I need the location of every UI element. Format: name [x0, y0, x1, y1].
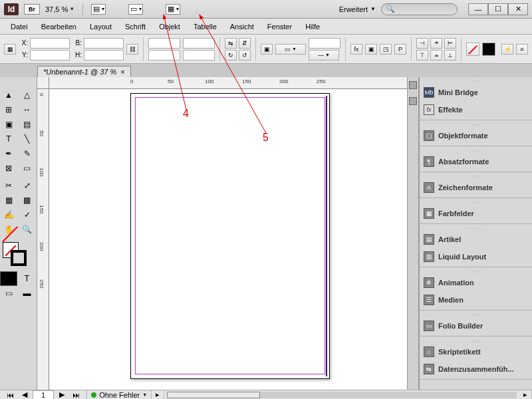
minimize-button[interactable]: — [468, 3, 488, 15]
line-tool[interactable]: ╲ [19, 132, 36, 146]
direct-selection-tool[interactable]: △ [19, 88, 36, 102]
horizontal-scrollbar[interactable] [167, 392, 517, 398]
effects-button[interactable]: fx [350, 44, 362, 55]
panel-artikel[interactable]: ▤Artikel [420, 231, 532, 248]
scale-y-field[interactable] [148, 50, 180, 61]
workspace-switcher[interactable]: Erweitert ▼ [339, 5, 376, 13]
menu-fenster[interactable]: Fenster [261, 20, 299, 33]
scroll-right-button[interactable]: ▸ [519, 390, 532, 399]
status-menu-button[interactable]: ▸ [152, 390, 164, 399]
panel-objektformate[interactable]: ▢Objektformate [420, 127, 532, 144]
collapsed-panel-icon[interactable] [409, 81, 417, 89]
shear-field[interactable] [183, 50, 215, 61]
menu-ansicht[interactable]: Ansicht [223, 20, 261, 33]
gap-tool[interactable]: ↔ [19, 102, 36, 117]
panel-absatzformate[interactable]: ¶Absatzformate [420, 153, 532, 170]
flip-v-button[interactable]: ⇵ [239, 38, 251, 49]
selection-tool[interactable]: ▲ [0, 88, 17, 102]
rectangle-frame-tool[interactable]: ⊠ [0, 161, 17, 176]
menu-schrift[interactable]: Schrift [118, 20, 152, 33]
fill-swatch[interactable] [466, 43, 479, 56]
canvas[interactable]: 0 50 100 150 200 250 0 50 100 150 200 25… [37, 77, 407, 390]
quick-apply-button[interactable]: ⚡ [501, 44, 513, 55]
pencil-tool[interactable]: ✎ [19, 146, 36, 161]
normal-view-button[interactable]: ▭ [0, 286, 17, 301]
align-left-button[interactable]: ⊣ [416, 38, 428, 49]
view-options-dropdown[interactable]: ▤ [91, 4, 106, 15]
stroke-style-dropdown[interactable]: —▼ [309, 50, 339, 61]
document-tab[interactable]: *Unbenannt-1 @ 37 % × [37, 66, 131, 77]
preview-view-button[interactable]: ▬ [19, 286, 36, 301]
gradient-swatch-tool[interactable]: ▦ [0, 193, 17, 207]
rotate-ccw-button[interactable]: ↺ [239, 50, 251, 61]
panel-folio-builder[interactable]: ▭Folio Builder [420, 317, 532, 334]
arrange-dropdown[interactable]: ▦ [166, 4, 180, 15]
close-button[interactable]: ✕ [508, 3, 528, 15]
page[interactable] [130, 93, 330, 379]
constrain-proportions-button[interactable]: ⛓ [126, 44, 138, 55]
rectangle-tool[interactable]: ▭ [19, 161, 36, 176]
ruler-horizontal[interactable]: 0 50 100 150 200 250 [49, 77, 407, 89]
free-transform-tool[interactable]: ⤢ [19, 178, 36, 193]
corner-options-button[interactable]: ◳ [380, 44, 392, 55]
screen-mode-dropdown[interactable]: ▭ [128, 4, 143, 15]
eyedropper-tool[interactable]: ✓ [19, 207, 36, 222]
menu-hilfe[interactable]: Hilfe [299, 20, 327, 33]
menu-layout[interactable]: Layout [83, 20, 118, 33]
panel-skriptetikett[interactable]: ⌂Skriptetikett [420, 343, 532, 360]
zoom-dropdown[interactable]: 37,5 % ▼ [45, 5, 74, 13]
menu-tabelle[interactable]: Tabelle [187, 20, 223, 33]
content-placer-tool[interactable]: ▤ [19, 117, 36, 132]
align-center-button[interactable]: ⫩ [430, 38, 442, 49]
stroke-swatch[interactable] [482, 43, 495, 56]
last-page-button[interactable]: ⏭ [70, 391, 82, 399]
flip-h-button[interactable]: ⇋ [225, 38, 237, 49]
fill-dropdown[interactable]: ▭▼ [275, 44, 306, 55]
align-middle-button[interactable]: ⫨ [430, 50, 442, 61]
prev-page-button[interactable]: ◀ [19, 390, 30, 399]
panel-mini-bridge[interactable]: MbMini Bridge [420, 84, 532, 101]
collapsed-panel-icon[interactable] [409, 97, 417, 105]
panel-menu-button[interactable]: ≡ [516, 44, 528, 55]
note-tool[interactable]: ✍ [0, 207, 17, 222]
align-right-button[interactable]: ⊢ [444, 38, 456, 49]
fill-stroke-swatches[interactable] [1, 242, 35, 269]
page-tool[interactable]: ⊞ [0, 102, 17, 117]
align-bottom-button[interactable]: ⊥ [444, 50, 456, 61]
apply-color-button[interactable] [0, 271, 17, 286]
menu-bearbeiten[interactable]: Bearbeiten [35, 20, 83, 33]
panel-datenzusammenfuehrung[interactable]: ⇆Datenzusammenfüh... [420, 360, 532, 378]
menu-datei[interactable]: Datei [4, 20, 35, 33]
panel-farbfelder[interactable]: ▦Farbfelder [420, 205, 532, 222]
ruler-vertical[interactable]: 0 50 100 150 200 250 [37, 89, 49, 390]
ruler-origin[interactable] [37, 77, 49, 89]
scale-x-field[interactable] [148, 38, 180, 49]
x-field[interactable] [30, 38, 70, 49]
next-page-button[interactable]: ▶ [57, 390, 67, 399]
close-tab-icon[interactable]: × [120, 68, 124, 76]
rotate-cw-button[interactable]: ↻ [225, 50, 237, 61]
panel-liquid-layout[interactable]: ▥Liquid Layout [420, 248, 532, 265]
menu-objekt[interactable]: Objekt [152, 20, 187, 33]
panel-effekte[interactable]: fxEffekte [420, 101, 532, 118]
y-field[interactable] [30, 50, 70, 61]
apply-gradient-button[interactable]: T [19, 271, 36, 286]
panel-zeichenformate[interactable]: AZeichenformate [420, 179, 532, 196]
maximize-button[interactable]: ☐ [488, 3, 508, 15]
panel-animation[interactable]: ✲Animation [420, 274, 532, 291]
height-field[interactable] [84, 50, 124, 61]
zoom-tool[interactable]: 🔍 [19, 222, 36, 237]
gradient-feather-tool[interactable]: ▩ [19, 193, 36, 207]
page-number-field[interactable]: 1 [33, 390, 54, 400]
reference-point-proxy[interactable]: ▦ [4, 44, 16, 55]
bridge-button[interactable]: Br [24, 4, 40, 15]
select-container-button[interactable]: ▣ [261, 44, 273, 55]
align-top-button[interactable]: ⊤ [416, 50, 428, 61]
content-collector-tool[interactable]: ▣ [0, 117, 17, 132]
search-input[interactable]: 🔍 [381, 3, 458, 15]
scissors-tool[interactable]: ✂ [0, 178, 17, 193]
type-tool[interactable]: T [0, 132, 17, 146]
object-frame-button[interactable]: P [394, 44, 406, 55]
width-field[interactable] [84, 38, 124, 49]
rotate-field[interactable] [183, 38, 215, 49]
